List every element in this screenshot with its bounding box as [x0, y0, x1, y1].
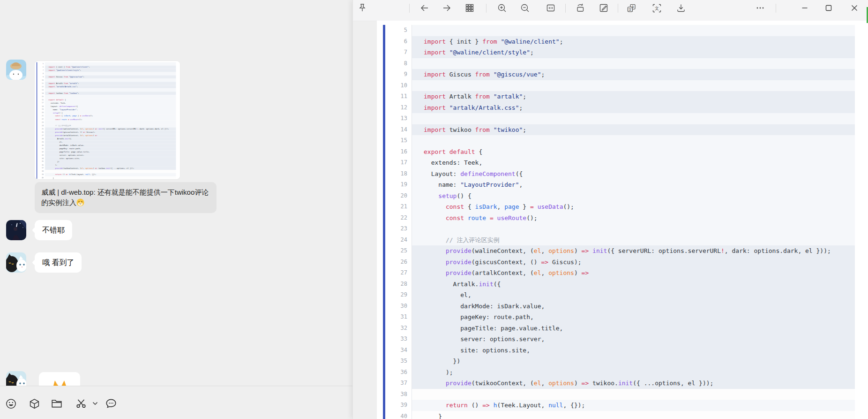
avatar[interactable] [6, 371, 26, 386]
avatar[interactable] [6, 60, 26, 80]
folder-icon[interactable] [50, 396, 64, 411]
toolbar-separator [486, 4, 486, 13]
code-line: 7import "@waline/client/style"; [377, 47, 868, 58]
back-icon[interactable] [418, 1, 432, 15]
emoji-icon[interactable] [4, 396, 18, 411]
cat-hat-avatar-image [6, 60, 26, 80]
code-line: 22 const route = useRoute(); [35, 118, 180, 121]
box-icon[interactable] [27, 396, 41, 411]
toolbar-separator [776, 4, 776, 13]
code-line: 25 provide(walineContext, (el, options) … [35, 128, 180, 131]
code-line: 13 [377, 113, 868, 124]
avatar[interactable] [6, 220, 26, 240]
code-line: 13 [35, 88, 180, 91]
code-line: 33 server: options.server, [35, 153, 180, 157]
code-line: 22 const route = useRoute(); [377, 213, 868, 224]
ocr-icon[interactable]: 文 [650, 1, 664, 15]
code-line: 9import Giscus from "@giscus/vue"; [377, 69, 868, 80]
forward-icon[interactable] [440, 1, 454, 15]
code-line: 34 site: options.site, [377, 345, 868, 356]
code-line: 40 } [377, 411, 868, 419]
code-line: 10 [377, 80, 868, 91]
minimize-icon[interactable] [798, 1, 812, 15]
viewed-image[interactable]: 56import { init } from "@waline/client";… [377, 21, 868, 419]
message-bubble: 哦 看到了 [35, 252, 82, 273]
code-line: 36 ); [35, 163, 180, 167]
actual-size-icon[interactable] [544, 1, 558, 15]
code-line: 6import { init } from "@waline/client"; [377, 36, 868, 47]
code-line: 5 [377, 25, 868, 36]
code-line: 32 pageTitle: page.value.title, [35, 150, 180, 153]
code-line: 33 server: options.server, [377, 334, 868, 345]
code-line: 27 provide(artalkContext, (el, options) … [35, 134, 180, 137]
image-message-thumbnail[interactable]: 56import { init } from "@waline/client";… [35, 61, 180, 179]
partial-message [0, 361, 352, 386]
code-line: 19 name: "LayoutProvider", [35, 108, 180, 111]
image-viewer-window: A 文 文 [352, 0, 868, 419]
code-line: 39 return () => h(Teek.Layout, null, {})… [377, 400, 868, 411]
toolbar-separator [565, 4, 566, 13]
svg-text:文: 文 [628, 7, 632, 11]
night-avatar-image [6, 220, 26, 240]
chat-input-divider [0, 386, 352, 386]
gallery-grid-icon[interactable] [463, 1, 477, 15]
toolbar-separator [409, 4, 410, 13]
code-line: 11import Artalk from "artalk"; [377, 91, 868, 102]
code-line: 9import Giscus from "@giscus/vue"; [35, 75, 180, 78]
code-line: 17 extends: Teek, [35, 101, 180, 105]
screenshot-scissors-icon[interactable] [74, 396, 88, 411]
code-line: 32 pageTitle: page.value.title, [377, 323, 868, 334]
code-line: 21 const { isDark, page } = useData(); [35, 114, 180, 118]
pin-icon[interactable] [355, 1, 369, 15]
code-line: 16export default { [35, 98, 180, 101]
edit-icon[interactable] [597, 1, 611, 15]
save-icon[interactable] [674, 1, 688, 15]
code-line: 21 const { isDark, page } = useData(); [377, 201, 868, 213]
translate-icon[interactable]: A 文 [624, 1, 638, 15]
code-line: 40 } [35, 176, 180, 179]
code-line: 25 provide(walineContext, (el, options) … [377, 245, 868, 257]
zoom-in-icon[interactable] [495, 1, 509, 15]
code-line: 12import "artalk/Artalk.css"; [377, 102, 868, 114]
message-bubble: 不错耶 [35, 220, 72, 240]
code-line: 28 Artalk.init({ [35, 137, 180, 140]
code-line: 14import twikoo from "twikoo"; [377, 124, 868, 136]
more-icon[interactable] [753, 1, 767, 15]
code-line: 31 pageKey: route.path, [377, 312, 868, 323]
close-icon[interactable] [847, 1, 861, 15]
sticker-bubble [39, 372, 80, 386]
two-cats-avatar-image [6, 371, 26, 386]
code-line: 6import { init } from "@waline/client"; [35, 66, 180, 69]
quote-text: 威威 | dl-web.top: 还有就是能不能提供一下twikoo评论的实例注… [41, 188, 209, 206]
code-line: 29 el, [377, 289, 868, 301]
code-line: 20 setup() { [35, 111, 180, 114]
code-lines: 56import { init } from "@waline/client";… [377, 25, 868, 419]
chevron-down-icon[interactable] [90, 396, 100, 411]
code-line: 10 [35, 78, 180, 82]
code-line: 30 darkMode: isDark.value, [35, 144, 180, 147]
message-text: 哦 看到了 [42, 259, 74, 267]
code-line: 24 // 注入评论区实例 [35, 124, 180, 128]
rotate-icon[interactable] [573, 1, 587, 15]
code-line: 35 }) [377, 356, 868, 367]
message-icon[interactable] [104, 396, 118, 411]
maximize-icon[interactable] [822, 1, 836, 15]
doge-emoji [76, 198, 84, 206]
code-line: 27 provide(artalkContext, (el, options) … [377, 267, 868, 279]
code-line: 5 [35, 62, 180, 66]
code-line: 20 setup() { [377, 190, 868, 202]
code-line: 34 site: options.site, [35, 157, 180, 160]
code-line: 31 pageKey: route.path, [35, 147, 180, 150]
code-line: 38 [377, 389, 868, 400]
svg-text:A: A [631, 5, 634, 9]
code-line: 18 Layout: defineComponent({ [377, 168, 868, 180]
code-line: 28 Artalk.init({ [377, 279, 868, 290]
code-line: 30 darkMode: isDark.value, [377, 301, 868, 312]
code-line: 24 // 注入评论区实例 [377, 235, 868, 246]
code-line: 37 provide(twikooContext, (el, options) … [377, 378, 868, 389]
code-line: 19 name: "LayoutProvider", [377, 179, 868, 190]
code-line: 8 [377, 58, 868, 69]
code-line: 38 [35, 170, 180, 173]
zoom-out-icon[interactable] [518, 1, 532, 15]
avatar[interactable] [6, 252, 26, 273]
